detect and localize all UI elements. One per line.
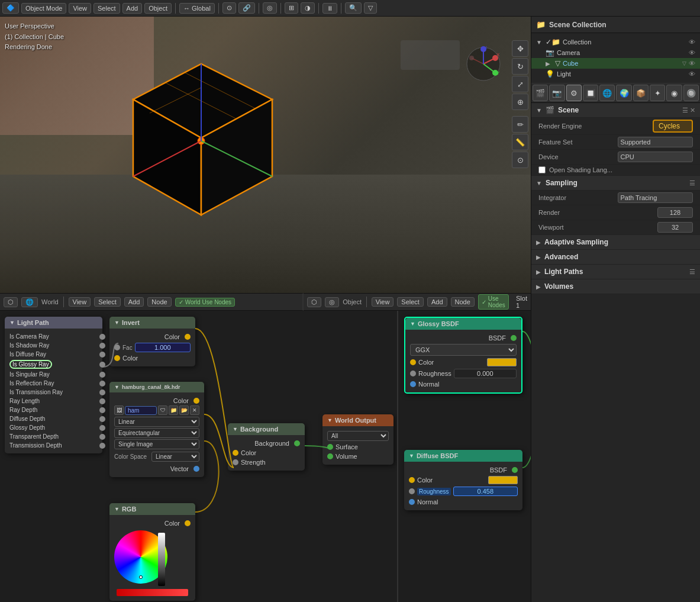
wo-target-select[interactable]: All	[327, 431, 389, 441]
proportional-edit[interactable]: ◎	[263, 2, 277, 14]
render-samples-value[interactable]: 128	[657, 207, 693, 218]
hamburg-hdri-node[interactable]: ▼ hamburg_canal_8k.hdr Color 🖼	[109, 382, 204, 477]
diffuse-color-swatch[interactable]	[488, 476, 518, 484]
pause-btn[interactable]: ⏸	[322, 3, 337, 14]
object-editor-type[interactable]: ⬡	[307, 297, 321, 307]
cam-eye[interactable]: 👁	[689, 49, 695, 56]
move-icon[interactable]: ✥	[512, 40, 528, 57]
hdri-source-select[interactable]: Single Image	[114, 439, 199, 449]
obj-use-nodes[interactable]: ✓ Use Nodes	[478, 294, 509, 310]
transform-global[interactable]: ↔ Global	[179, 3, 215, 14]
hdri-filename[interactable]: ham	[125, 406, 157, 415]
snap-btn[interactable]: 🔗	[238, 2, 255, 14]
tab-particles[interactable]: ✦	[650, 85, 665, 101]
world-add[interactable]: Add	[124, 297, 144, 307]
glossy-roughness-value[interactable]: 0.000	[454, 369, 517, 378]
obj-add[interactable]: Add	[427, 297, 447, 307]
hdri-proj-select[interactable]: Equirectangular	[114, 428, 199, 438]
lp-body: Is Camera Ray Is Shadow Ray Is Diffuse R…	[5, 329, 102, 453]
diffuse-roughness-value[interactable]: 0.458	[453, 487, 518, 496]
glossy-color-swatch[interactable]	[487, 358, 517, 366]
tab-output[interactable]: ⚙	[566, 85, 582, 101]
scale-icon[interactable]: ⤢	[512, 76, 528, 92]
world-use-nodes[interactable]: ✓World Use Nodes	[175, 298, 235, 307]
tree-camera[interactable]: 📷 Camera 👁	[531, 47, 700, 58]
tab-render[interactable]: 📷	[549, 85, 564, 101]
tab-scene-props[interactable]: 🌐	[599, 85, 615, 101]
hdri-interp-select[interactable]: Linear	[114, 417, 199, 427]
hdri-folder[interactable]: 📁	[169, 405, 178, 415]
world-node-menu[interactable]: Node	[147, 297, 171, 307]
measure-icon[interactable]: 📏	[512, 134, 528, 150]
rgb-color-wheel[interactable]	[114, 530, 167, 584]
tab-world[interactable]: 🌍	[616, 85, 631, 101]
feature-set-select[interactable]: Supported	[618, 137, 693, 147]
tab-object-props[interactable]: 📦	[633, 85, 649, 101]
hdri-cs-select[interactable]: Linear	[151, 452, 199, 462]
scene-section-header[interactable]: ▼ 🎬 Scene ☰ ✕	[531, 103, 700, 118]
invert-fac-field[interactable]: 1.000	[135, 343, 191, 352]
rgb-node[interactable]: ▼ RGB Color	[109, 503, 195, 601]
volumes-header[interactable]: ▶ Volumes	[531, 279, 700, 294]
add-menu[interactable]: Add	[122, 3, 143, 14]
cube-eye[interactable]: 👁	[689, 60, 695, 67]
overlay-btn[interactable]: ⊞	[285, 2, 298, 14]
invert-node[interactable]: ▼ Invert Color Fac	[109, 317, 195, 366]
sampling-header[interactable]: ▼ Sampling ☰	[531, 176, 700, 191]
world-select[interactable]: Select	[94, 297, 121, 307]
object-menu[interactable]: Object	[144, 3, 172, 14]
hdri-shield[interactable]: 🛡	[158, 405, 167, 415]
render-engine-dropdown[interactable]: Cycles	[653, 120, 693, 133]
obj-view[interactable]: View	[372, 297, 394, 307]
world-view[interactable]: View	[69, 297, 91, 307]
world-output-node[interactable]: ▼ World Output All	[322, 414, 393, 465]
mode-dropdown[interactable]: Object Mode	[21, 3, 66, 14]
device-select[interactable]: CPU	[618, 152, 693, 162]
tab-scene[interactable]: 🎬	[533, 85, 548, 101]
select-menu[interactable]: Select	[93, 3, 120, 14]
cursor-icon[interactable]: ⊙	[512, 152, 528, 168]
filter-btn[interactable]: ▽	[364, 2, 377, 14]
viewport[interactable]: User Perspective (1) Collection | Cube R…	[0, 17, 531, 293]
world-editor-type[interactable]: ⬡	[4, 297, 18, 307]
obj-select[interactable]: Select	[397, 297, 424, 307]
tab-view-layer[interactable]: 🔲	[583, 85, 598, 101]
rotate-icon[interactable]: ↻	[512, 58, 528, 75]
hdri-img-icon[interactable]: 🖼	[114, 405, 124, 415]
osl-checkbox[interactable]	[538, 166, 546, 173]
background-node[interactable]: ▼ Background Background	[228, 423, 305, 471]
hdri-browse[interactable]: 📂	[179, 405, 189, 415]
annotate-icon[interactable]: ✏	[512, 116, 528, 133]
object-sphere-icon[interactable]: ◎	[325, 297, 339, 307]
hdri-close[interactable]: ✕	[190, 405, 199, 415]
light-eye[interactable]: 👁	[689, 70, 695, 78]
shading-btn[interactable]: ◑	[301, 2, 315, 14]
light-paths-header[interactable]: ▶ Light Paths ☰	[531, 265, 700, 279]
world-sphere-icon[interactable]: 🌐	[21, 297, 38, 307]
tree-collection[interactable]: ▼ ✓📁 Collection 👁	[531, 37, 700, 47]
light-path-node[interactable]: ▼ Light Path Is Camera Ray Is Shadow Ray	[5, 317, 102, 453]
rgb-brightness-bar[interactable]	[158, 533, 165, 586]
search-btn[interactable]: 🔍	[345, 2, 362, 14]
rgb-color-bar[interactable]	[117, 589, 188, 596]
world-canvas[interactable]: ▼ Light Path Is Camera Ray Is Shadow Ray	[0, 311, 398, 602]
glossy-ggx-select[interactable]: GGX	[410, 344, 517, 356]
tree-cube[interactable]: ▶ ▽ Cube ▽ 👁	[531, 58, 700, 69]
obj-node-menu[interactable]: Node	[451, 297, 475, 307]
tree-light[interactable]: 💡 Light 👁	[531, 69, 700, 79]
tab-physics[interactable]: ◉	[666, 85, 682, 101]
transform-icon[interactable]: ⊕	[512, 94, 528, 110]
rgb-color-label: Color	[164, 520, 180, 527]
adaptive-header[interactable]: ▶ Adaptive Sampling	[531, 235, 700, 250]
glossy-bsdf-node[interactable]: ▼ Glossy BSDF BSDF	[404, 317, 522, 394]
object-canvas[interactable]: ▼ Glossy BSDF BSDF	[398, 311, 531, 602]
viewport-samples-value[interactable]: 32	[657, 222, 693, 233]
view-menu[interactable]: View	[69, 3, 91, 14]
integrator-select[interactable]: Path Tracing	[618, 192, 693, 203]
coll-eye[interactable]: 👁	[689, 38, 695, 46]
pivot-point[interactable]: ⊙	[222, 2, 236, 14]
blender-menu[interactable]: 🔷	[2, 2, 19, 14]
tab-material[interactable]: 🔘	[683, 85, 699, 101]
diffuse-bsdf-node[interactable]: ▼ Diffuse BSDF BSDF	[404, 450, 522, 510]
advanced-header[interactable]: ▶ Advanced	[531, 250, 700, 265]
